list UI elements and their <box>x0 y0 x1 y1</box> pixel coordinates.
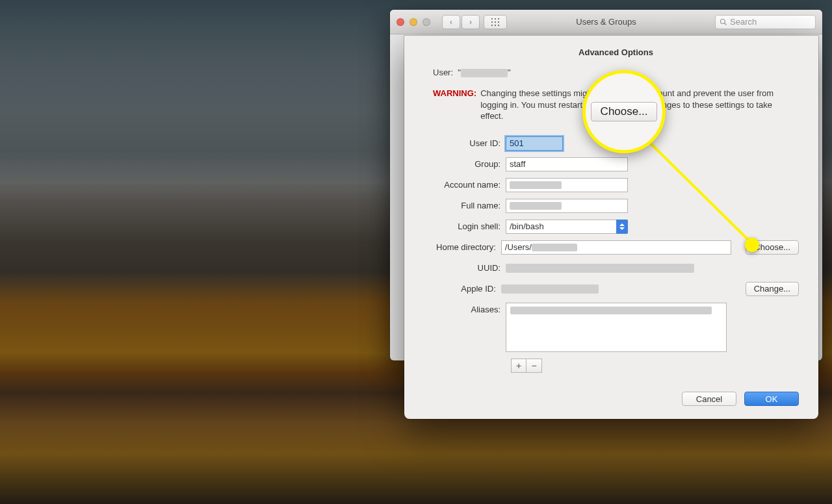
home-dir-redacted <box>532 244 577 251</box>
uuid-value: ████████████████████████████████ <box>506 264 694 273</box>
login-shell-select[interactable] <box>506 220 628 234</box>
add-alias-button[interactable]: + <box>511 359 526 373</box>
user-label: User: <box>433 68 453 77</box>
window-traffic-lights <box>396 18 430 26</box>
search-input[interactable]: Search <box>715 15 816 29</box>
sheet-title: Advanced Options <box>433 47 799 57</box>
nav-back-button[interactable]: ‹ <box>442 15 460 29</box>
window-titlebar: ‹ › Users & Groups Search <box>390 10 822 34</box>
show-all-button[interactable] <box>484 15 507 29</box>
aliases-label: Aliases: <box>433 303 506 314</box>
home-dir-field[interactable]: /Users/ <box>501 240 732 255</box>
account-name-field[interactable]: ████████ <box>506 178 628 192</box>
grid-icon <box>491 18 499 26</box>
minimize-icon[interactable] <box>410 18 417 26</box>
callout-target-dot <box>745 238 759 252</box>
zoom-icon[interactable] <box>422 18 430 26</box>
close-icon[interactable] <box>396 18 404 26</box>
aliases-list[interactable]: ████████████████████████████████… <box>506 303 727 352</box>
user-name-redacted: ████████ <box>461 69 508 77</box>
nav-forward-button[interactable]: › <box>462 15 480 29</box>
account-name-redacted: ████████ <box>510 181 562 189</box>
group-label: Group: <box>433 159 506 169</box>
callout-magnified-button: Choose... <box>591 102 658 121</box>
svg-line-1 <box>725 23 727 25</box>
user-id-field[interactable] <box>506 136 563 151</box>
apple-id-value: ████████████████ <box>501 284 599 294</box>
full-name-field[interactable]: ████████ <box>506 199 628 213</box>
full-name-label: Full name: <box>433 201 506 210</box>
cancel-button[interactable]: Cancel <box>682 392 736 406</box>
user-id-label: User ID: <box>433 138 506 148</box>
full-name-redacted: ████████ <box>510 202 562 210</box>
home-dir-label: Home directory: <box>433 242 501 252</box>
remove-alias-button[interactable]: − <box>526 359 542 373</box>
group-field[interactable] <box>506 157 628 171</box>
warning-label: WARNING: <box>433 88 476 122</box>
login-shell-label: Login shell: <box>433 221 506 231</box>
svg-point-0 <box>721 19 725 23</box>
chevron-updown-icon[interactable] <box>616 220 628 234</box>
callout-magnifier: Choose... <box>582 70 666 153</box>
account-name-label: Account name: <box>433 180 506 190</box>
apple-id-label: Apple ID: <box>433 284 501 294</box>
change-button[interactable]: Change... <box>746 282 799 296</box>
ok-button[interactable]: OK <box>744 392 799 406</box>
search-icon <box>720 18 727 26</box>
alias-row-redacted: ████████████████████████████████… <box>510 307 712 314</box>
search-placeholder: Search <box>730 17 757 27</box>
uuid-label: UUID: <box>433 263 506 273</box>
